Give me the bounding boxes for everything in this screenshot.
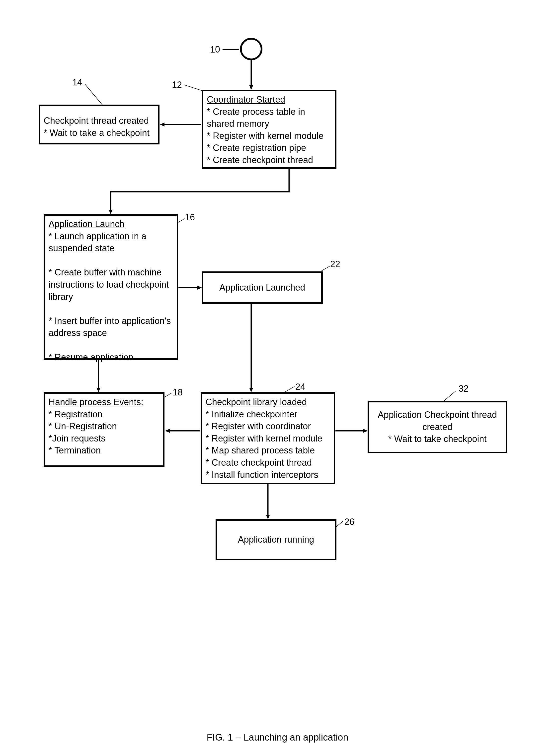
label-22: 22 bbox=[330, 259, 340, 270]
leader-24 bbox=[284, 386, 295, 393]
coordinator-bullets: * Create process table in shared memory … bbox=[207, 106, 324, 165]
label-18: 18 bbox=[173, 387, 183, 398]
box-application-running: Application running bbox=[216, 519, 336, 560]
leader-10 bbox=[222, 49, 239, 50]
figure-caption: FIG. 1 – Launching an application bbox=[0, 732, 555, 743]
app-launched-text: Application Launched bbox=[219, 282, 305, 294]
box-handle-events: Handle process Events: * Registration * … bbox=[44, 392, 165, 467]
label-24: 24 bbox=[295, 382, 305, 392]
start-node bbox=[240, 38, 262, 60]
box-application-launch: Application Launch * Launch application … bbox=[44, 214, 178, 360]
ckpt-thread-line1: Checkpoint thread created bbox=[44, 115, 149, 127]
label-14: 14 bbox=[72, 77, 82, 88]
flowchart-canvas: 10 Coordinator Started * Create process … bbox=[0, 0, 555, 756]
label-26: 26 bbox=[344, 517, 354, 527]
coordinator-title: Coordinator Started bbox=[207, 94, 332, 106]
leader-22 bbox=[321, 266, 330, 272]
handle-events-title: Handle process Events: bbox=[49, 396, 160, 408]
box-checkpoint-library: Checkpoint library loaded * Initialize c… bbox=[201, 392, 335, 484]
label-10: 10 bbox=[210, 44, 220, 55]
box-app-checkpoint-thread: Application Checkpoint thread created * … bbox=[368, 401, 507, 453]
box-application-launched: Application Launched bbox=[202, 272, 323, 304]
leader-14 bbox=[84, 84, 102, 105]
label-32: 32 bbox=[459, 383, 469, 394]
ckpt-lib-bullets: * Initialize checkpointer * Register wit… bbox=[206, 409, 322, 480]
label-16: 16 bbox=[185, 212, 195, 223]
label-12: 12 bbox=[172, 80, 182, 90]
leader-18 bbox=[164, 392, 172, 398]
leader-32 bbox=[443, 390, 456, 401]
app-ckpt-line2: * Wait to take checkpoint bbox=[388, 433, 487, 445]
app-launch-bullets: * Launch application in a suspended stat… bbox=[49, 231, 171, 362]
app-ckpt-line1: Application Checkpoint thread created bbox=[373, 409, 502, 433]
app-launch-title: Application Launch bbox=[49, 218, 173, 230]
app-running-text: Application running bbox=[238, 534, 314, 546]
ckpt-lib-title: Checkpoint library loaded bbox=[206, 396, 330, 408]
handle-events-bullets: * Registration * Un-Registration *Join r… bbox=[49, 409, 117, 456]
ckpt-thread-line2: * Wait to take a checkpoint bbox=[44, 127, 150, 139]
box-checkpoint-thread: Checkpoint thread created * Wait to take… bbox=[39, 105, 160, 144]
leader-12 bbox=[184, 85, 204, 91]
box-coordinator-started: Coordinator Started * Create process tab… bbox=[202, 90, 336, 169]
leader-16 bbox=[178, 219, 185, 223]
